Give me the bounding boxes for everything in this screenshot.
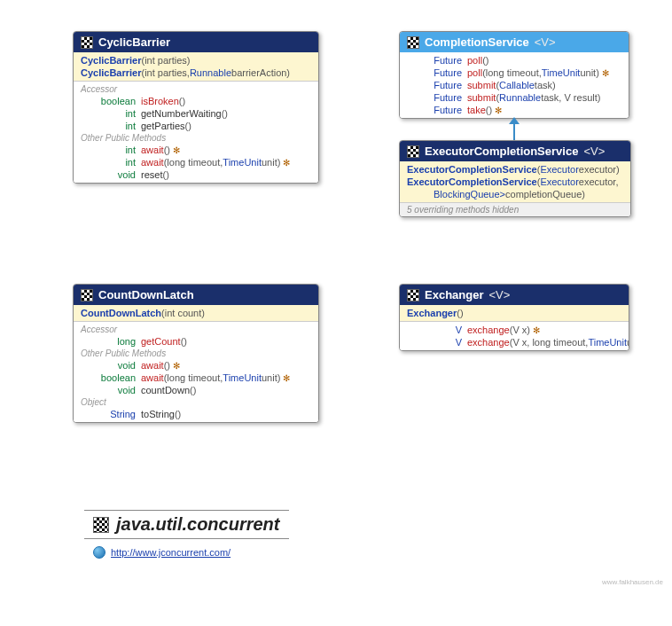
inheritance-connector: [513, 124, 515, 140]
method-row: longgetCount (): [81, 335, 311, 348]
class-cyclicbarrier: CyclicBarrier CyclicBarrier (int parties…: [73, 31, 319, 184]
constructor-row: CyclicBarrier (int parties): [81, 54, 311, 67]
class-header: ExecutorCompletionService <V>: [400, 141, 630, 161]
class-header: CountDownLatch: [74, 285, 318, 305]
section-label: Accessor: [81, 324, 311, 335]
constructors: CountDownLatch (int count): [74, 305, 318, 322]
package-name: java.util.concurrent: [116, 514, 280, 535]
constructors: ExecutorCompletionService (Executor exec…: [400, 161, 630, 203]
section-label: Object: [81, 396, 311, 408]
package-link[interactable]: http://www.jconcurrent.com/: [111, 547, 231, 558]
methods: Futurepoll ()Futurepoll (long timeout, T…: [400, 52, 629, 118]
method-row: voidcountDown (): [81, 384, 311, 396]
class-name: CountDownLatch: [98, 288, 194, 301]
method-row: intgetParties (): [81, 120, 311, 132]
method-row: booleanawait (long timeout, TimeUnit uni…: [81, 372, 311, 384]
section-label: Other Public Methods: [81, 132, 311, 144]
method-row: Futurepoll (long timeout, TimeUnit unit)…: [407, 67, 621, 79]
package-icon: [93, 517, 109, 533]
section-label: Accessor: [81, 83, 311, 95]
method-row: Vexchange (V x, long timeout, TimeUnit u…: [407, 336, 621, 348]
class-icon: [407, 289, 419, 301]
constructor-row: CountDownLatch (int count): [81, 307, 311, 319]
method-row: Futuresubmit (Callable task): [407, 79, 621, 91]
class-icon: [81, 36, 93, 49]
interface-completionservice: CompletionService <V> Futurepoll ()Futur…: [399, 31, 629, 119]
method-row: booleanisBroken (): [81, 95, 311, 107]
constructor-row: CyclicBarrier (int parties, Runnable bar…: [81, 67, 311, 79]
method-row: voidawait ()✻: [81, 359, 311, 372]
class-name: CompletionService: [425, 35, 529, 49]
class-icon: [81, 289, 93, 301]
watermark: www.falkhausen.de: [602, 578, 663, 586]
method-row: Vexchange (V x)✻: [407, 324, 621, 336]
class-icon: [407, 145, 419, 158]
class-name: ExecutorCompletionService: [425, 145, 578, 158]
method-row: Futuretake ()✻: [407, 104, 621, 116]
method-row: intawait ()✻: [81, 144, 311, 156]
constructors: CyclicBarrier (int parties)CyclicBarrier…: [74, 52, 318, 82]
constructor-row: Exchanger (): [407, 307, 621, 319]
class-exchanger: Exchanger <V> Exchanger () Vexchange (V …: [399, 284, 629, 351]
package-link-row: http://www.jconcurrent.com/: [93, 546, 231, 559]
section-label: Other Public Methods: [81, 348, 311, 359]
package-title: java.util.concurrent: [84, 510, 289, 539]
hidden-methods-note: 5 overriding methods hidden: [400, 203, 630, 216]
method-row: intgetNumberWaiting (): [81, 107, 311, 120]
class-header: CyclicBarrier: [74, 32, 318, 52]
constructor-row: ExecutorCompletionService (Executor exec…: [407, 176, 623, 188]
class-header: CompletionService <V>: [400, 32, 629, 52]
method-row: Futurepoll (): [407, 54, 621, 67]
method-row: StringtoString (): [81, 408, 311, 420]
methods: Vexchange (V x)✻Vexchange (V x, long tim…: [400, 322, 629, 350]
type-param: <V>: [535, 35, 556, 49]
method-row: intawait (long timeout, TimeUnit unit)✻: [81, 156, 311, 168]
class-executorcompletionservice: ExecutorCompletionService <V> ExecutorCo…: [399, 140, 631, 217]
class-countdownlatch: CountDownLatch CountDownLatch (int count…: [73, 284, 319, 423]
method-row: voidreset (): [81, 168, 311, 181]
class-name: CyclicBarrier: [98, 35, 170, 49]
constructor-row-cont: BlockingQueue> completionQueue): [407, 188, 623, 200]
method-row: Futuresubmit (Runnable task, V result): [407, 91, 621, 104]
constructor-row: ExecutorCompletionService (Executor exec…: [407, 163, 623, 176]
type-param: <V>: [583, 145, 605, 158]
constructors: Exchanger (): [400, 305, 629, 322]
class-header: Exchanger <V>: [400, 285, 629, 305]
type-param: <V>: [488, 288, 510, 301]
class-name: Exchanger: [425, 288, 483, 301]
interface-icon: [407, 36, 419, 49]
methods: AccessorlonggetCount ()Other Public Meth…: [74, 322, 318, 422]
methods: AccessorbooleanisBroken ()intgetNumberWa…: [74, 82, 318, 183]
globe-icon: [93, 546, 105, 559]
